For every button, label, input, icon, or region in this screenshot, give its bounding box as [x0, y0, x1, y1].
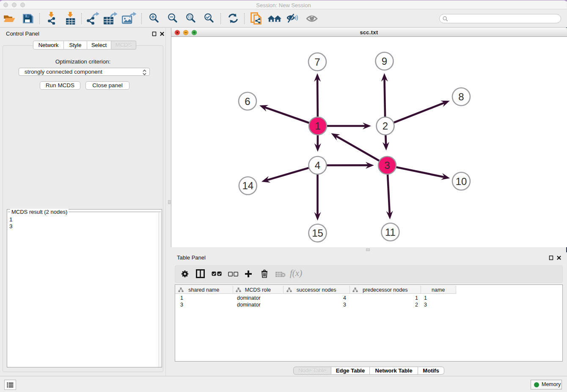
svg-text:8: 8 [458, 91, 464, 102]
svg-text:4: 4 [315, 160, 320, 171]
svg-text:9: 9 [382, 55, 387, 67]
svg-text:14: 14 [242, 180, 253, 191]
svg-text:2: 2 [383, 120, 388, 132]
svg-text:15: 15 [312, 227, 323, 239]
svg-text:1: 1 [315, 120, 320, 132]
svg-text:6: 6 [245, 96, 250, 107]
svg-text:10: 10 [456, 176, 467, 187]
svg-text:3: 3 [384, 160, 390, 171]
svg-text:11: 11 [385, 226, 396, 238]
svg-text:7: 7 [314, 56, 320, 68]
